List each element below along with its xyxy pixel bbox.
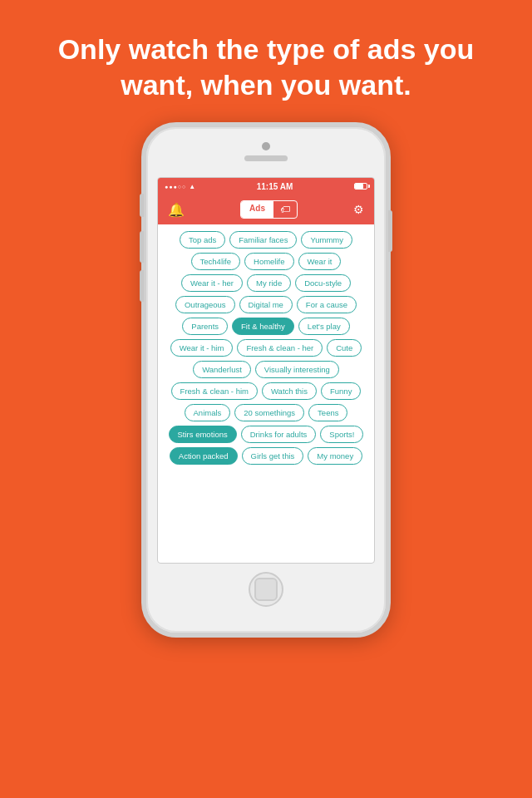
phone-top-area [244,142,288,161]
tag-item[interactable]: Wanderlust [193,361,251,378]
tag-item[interactable]: Top ads [180,231,225,249]
tag-item[interactable]: Parents [182,318,228,335]
tag-item[interactable]: Sports! [320,426,363,443]
tag-item[interactable]: Action packed [170,447,238,465]
home-button[interactable] [249,572,283,607]
tag-item[interactable]: My money [308,447,362,465]
gear-icon[interactable]: ⚙ [353,203,364,216]
battery-icon [354,183,367,190]
power-button [388,210,392,252]
signal-icon: ●●●○○ [165,184,186,190]
nav-bar: 🔔 Ads 🏷 ⚙ [158,195,374,224]
tag-item[interactable]: Watch this [262,382,317,400]
front-camera [262,142,270,150]
tab-tag[interactable]: 🏷 [273,201,297,218]
volume-down-button [140,270,144,302]
wifi-icon: ▲ [189,183,195,190]
phone-screen: ●●●○○ ▲ 11:15 AM 🔔 Ads 🏷 ⚙ Top adsFamili… [157,177,375,564]
tag-item[interactable]: Let's play [298,318,350,335]
tag-item[interactable]: My ride [247,274,291,292]
volume-up-button [140,231,144,263]
tag-item[interactable]: Yummmy [301,231,352,249]
tag-item[interactable]: Drinks for adults [241,426,317,443]
mute-button [140,194,144,217]
tag-item[interactable]: Wear it - him [170,339,234,357]
tag-item[interactable]: Fresh & clean - her [237,339,323,357]
tag-item[interactable]: Homelife [244,253,294,270]
tag-item[interactable]: Digital me [239,296,293,313]
home-button-inner [254,578,278,601]
tag-item[interactable]: Outrageous [175,296,235,313]
tag-item[interactable]: Familiar faces [229,231,297,249]
status-bar: ●●●○○ ▲ 11:15 AM [158,178,374,195]
tag-item[interactable]: Teens [308,404,347,421]
tag-item[interactable]: Wear it [298,253,342,270]
tab-ads[interactable]: Ads [241,201,273,218]
tags-container: Top adsFamiliar facesYummmyTech4lifeHome… [158,224,374,471]
tag-item[interactable]: Fit & healthy [232,318,294,335]
tag-item[interactable]: Visually interesting [255,361,339,378]
tag-item[interactable]: Tech4life [191,253,241,270]
tag-item[interactable]: Funny [321,382,361,400]
nav-tabs: Ads 🏷 [240,200,298,219]
tag-item[interactable]: For a cause [297,296,357,313]
earpiece [244,155,288,161]
bell-icon[interactable]: 🔔 [168,202,185,218]
tag-item[interactable]: Animals [185,404,231,421]
tag-item[interactable]: Fresh & clean - him [171,382,258,400]
headline: Only watch the type of ads you want, whe… [0,0,532,122]
tag-item[interactable]: Girls get this [242,447,304,465]
status-left: ●●●○○ ▲ [165,183,195,190]
tag-item[interactable]: Docu-style [295,274,351,292]
tag-item[interactable]: Stirs emotions [169,426,237,443]
status-right [354,183,367,190]
tag-item[interactable]: Wear it - her [181,274,243,292]
phone-mockup: ●●●○○ ▲ 11:15 AM 🔔 Ads 🏷 ⚙ Top adsFamili… [141,122,391,638]
tag-item[interactable]: 20 somethings [234,404,304,421]
tag-item[interactable]: Cute [327,339,362,357]
status-time: 11:15 AM [257,182,293,191]
